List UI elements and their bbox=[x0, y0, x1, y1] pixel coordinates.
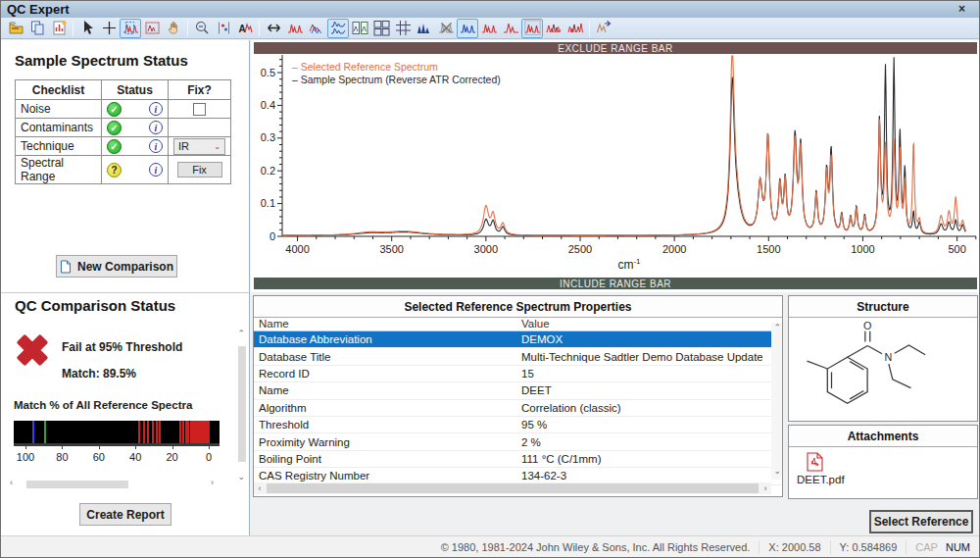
checklist-row: Noise✓i bbox=[16, 100, 231, 119]
x-tick-label: 2500 bbox=[568, 243, 592, 255]
attachments-title: Attachments bbox=[789, 426, 977, 447]
new-comparison-button[interactable]: New Comparison bbox=[56, 255, 177, 278]
active-spectrum-icon[interactable] bbox=[457, 19, 478, 38]
crosshair-icon[interactable] bbox=[98, 19, 120, 38]
property-row[interactable]: Record ID15 bbox=[254, 366, 782, 382]
scroll-down-icon[interactable]: ⌄ bbox=[237, 472, 245, 482]
qc-match-text: Match: 89.5% bbox=[62, 367, 136, 380]
property-name-cell: Threshold bbox=[254, 419, 516, 431]
select-reference-button[interactable]: Select Reference bbox=[869, 510, 973, 533]
review-display-icon[interactable] bbox=[521, 19, 543, 38]
reference-match-line bbox=[156, 421, 158, 443]
info-icon[interactable]: i bbox=[149, 121, 163, 134]
property-value-cell: 15 bbox=[516, 368, 762, 380]
peak-display-icon[interactable] bbox=[478, 19, 500, 38]
attachment-item[interactable]: DEET.pdf bbox=[789, 447, 977, 485]
attachment-file-name: DEET.pdf bbox=[797, 474, 969, 485]
clear-overlay-icon[interactable] bbox=[435, 19, 457, 38]
select-peaks-icon[interactable] bbox=[120, 19, 141, 38]
property-value-cell: Correlation (classic) bbox=[516, 402, 762, 414]
axis-tick-label: 100 bbox=[17, 451, 34, 463]
tile-panes-icon[interactable] bbox=[370, 19, 392, 38]
property-name-cell: Database Abbreviation bbox=[254, 333, 516, 345]
bar-display-icon[interactable] bbox=[414, 19, 435, 38]
info-icon[interactable]: i bbox=[149, 163, 163, 177]
split-panes-icon[interactable] bbox=[349, 19, 370, 38]
property-row[interactable]: Boiling Point111 °C (C/1mm) bbox=[254, 451, 782, 468]
sample-status-panel: Sample Spectrum Status Checklist Status … bbox=[1, 40, 250, 537]
swap-axes-icon[interactable] bbox=[263, 19, 284, 38]
threshold-line bbox=[32, 421, 34, 443]
match-histogram-axis: 100806040200 bbox=[14, 448, 220, 464]
property-row[interactable]: Database AbbreviationDEMOX bbox=[254, 331, 782, 348]
info-icon[interactable]: i bbox=[149, 102, 163, 116]
scroll-up-icon[interactable]: ⌃ bbox=[773, 323, 781, 332]
review-all-icon[interactable] bbox=[564, 19, 586, 38]
num-lock-indicator: NUM bbox=[946, 541, 970, 553]
technique-dropdown-value: IR bbox=[178, 140, 189, 152]
property-value-cell: Multi-Technique Sadtler Demo Database Up… bbox=[516, 351, 762, 363]
x-tick-label: 3000 bbox=[474, 243, 498, 255]
grid-panes-icon[interactable] bbox=[392, 19, 414, 38]
peak-display-2-icon[interactable] bbox=[500, 19, 521, 38]
toolbar: A bbox=[1, 18, 979, 39]
property-row[interactable]: Threshold95 % bbox=[254, 417, 782, 433]
x-tick-label: 4000 bbox=[285, 243, 309, 255]
scroll-left-icon[interactable]: ‹ bbox=[254, 483, 266, 493]
stack-spectra-icon[interactable] bbox=[327, 19, 349, 38]
page-report-icon[interactable] bbox=[48, 19, 70, 38]
fix-checkbox[interactable] bbox=[193, 103, 206, 116]
zoom-out-icon[interactable] bbox=[191, 19, 213, 38]
overlay-spectra-icon[interactable] bbox=[306, 19, 327, 38]
close-icon[interactable]: × bbox=[958, 2, 979, 17]
properties-vertical-scrollbar[interactable]: ⌃ ⌄ bbox=[771, 323, 782, 480]
open-file-icon[interactable] bbox=[5, 19, 26, 38]
value-column-header[interactable]: Value bbox=[516, 318, 762, 330]
property-row[interactable]: AlgorithmCorrelation (classic) bbox=[254, 400, 782, 417]
create-report-button[interactable]: Create Report bbox=[79, 503, 172, 526]
scroll-up-icon[interactable]: ⌃ bbox=[237, 329, 245, 338]
legend-entry: – Selected Reference Spectrum bbox=[292, 61, 501, 74]
cursor-icon[interactable] bbox=[76, 19, 98, 38]
reference-match-line bbox=[187, 421, 189, 443]
fix-button[interactable]: Fix bbox=[177, 162, 222, 178]
spectrum-chart-panel: EXCLUDE RANGE BAR 00.10.20.30.40.5400035… bbox=[251, 40, 980, 292]
property-name-cell: Name bbox=[254, 384, 516, 396]
property-name-cell: Record ID bbox=[254, 368, 516, 380]
technique-dropdown[interactable]: IR⌄ bbox=[173, 138, 225, 155]
pdf-file-icon bbox=[807, 452, 823, 472]
include-range-bar[interactable]: INCLUDE RANGE BAR bbox=[254, 278, 977, 289]
copy-icon[interactable] bbox=[26, 19, 48, 38]
chart-legend: – Selected Reference Spectrum– Sample Sp… bbox=[292, 61, 501, 85]
property-row[interactable]: Database TitleMulti-Technique Sadtler De… bbox=[254, 348, 782, 365]
reference-match-line bbox=[152, 421, 154, 443]
horizontal-scrollbar-thumb[interactable] bbox=[26, 481, 128, 488]
scroll-right-icon[interactable]: › bbox=[211, 478, 214, 487]
horizontal-scrollbar-thumb[interactable] bbox=[267, 483, 759, 493]
pan-hand-icon[interactable] bbox=[163, 19, 184, 38]
info-icon[interactable]: i bbox=[149, 139, 163, 153]
reference-match-line bbox=[143, 421, 145, 443]
scroll-down-icon[interactable]: ⌄ bbox=[773, 466, 781, 476]
select-region-icon[interactable] bbox=[141, 19, 163, 38]
property-value-cell: DEMOX bbox=[516, 333, 762, 345]
match-histogram[interactable] bbox=[14, 421, 220, 446]
display-limits-icon[interactable] bbox=[213, 19, 234, 38]
structure-title: Structure bbox=[789, 296, 977, 318]
transfer-spectrum-icon[interactable] bbox=[593, 19, 614, 38]
scroll-right-icon[interactable]: › bbox=[760, 483, 771, 493]
properties-grid: Name Value Database AbbreviationDEMOXDat… bbox=[254, 318, 782, 475]
annotate-icon[interactable]: A bbox=[234, 19, 256, 38]
vertical-scrollbar-thumb[interactable] bbox=[238, 346, 246, 462]
scroll-left-icon[interactable]: ‹ bbox=[10, 478, 13, 487]
property-row[interactable]: NameDEET bbox=[254, 382, 782, 399]
properties-horizontal-scrollbar[interactable]: ‹ › bbox=[254, 482, 771, 494]
single-spectrum-icon[interactable] bbox=[284, 19, 306, 38]
review-multi-icon[interactable] bbox=[543, 19, 564, 38]
x-axis-label: cm-1 bbox=[617, 257, 641, 272]
reference-match-line bbox=[208, 421, 210, 443]
property-row[interactable]: Proximity Warning2 % bbox=[254, 433, 782, 450]
reference-match-line bbox=[185, 421, 187, 443]
name-column-header[interactable]: Name bbox=[254, 318, 516, 330]
property-value-cell: 111 °C (C/1mm) bbox=[516, 453, 762, 465]
